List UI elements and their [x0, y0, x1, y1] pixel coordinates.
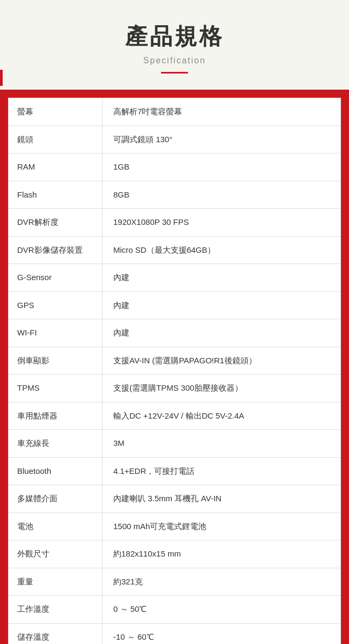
spec-label: 重量	[9, 568, 103, 596]
spec-label: 車用點煙器	[9, 402, 103, 430]
spec-value: 高解析7吋電容螢幕	[103, 98, 341, 126]
spec-table: 螢幕高解析7吋電容螢幕鏡頭可調式鏡頭 130°RAM1GBFlash8GBDVR…	[8, 98, 341, 644]
spec-value: 0 ～ 50℃	[103, 596, 341, 624]
table-row: 電池1500 mAh可充電式鋰電池	[9, 513, 341, 540]
spec-label: WI-FI	[9, 319, 103, 347]
spec-label: Bluetooth	[9, 457, 103, 485]
table-row: 螢幕高解析7吋電容螢幕	[9, 98, 341, 126]
spec-value: 約182x110x15 mm	[103, 540, 341, 568]
table-row: 工作溫度0 ～ 50℃	[9, 596, 341, 624]
spec-label: 多媒體介面	[9, 485, 103, 513]
spec-value: 可調式鏡頭 130°	[103, 126, 341, 153]
spec-label: 倒車顯影	[9, 347, 103, 375]
spec-value: 1GB	[103, 153, 341, 181]
spec-value: 內建	[103, 319, 341, 347]
spec-value: 支援AV-IN (需選購PAPAGO!R1後鏡頭）	[103, 347, 341, 375]
spec-label: 外觀尺寸	[9, 540, 103, 568]
spec-label: 工作溫度	[9, 596, 103, 624]
table-row: 外觀尺寸約182x110x15 mm	[9, 540, 341, 568]
spec-label: TPMS	[9, 375, 103, 402]
table-row: 多媒體介面內建喇叭 3.5mm 耳機孔 AV-IN	[9, 485, 341, 513]
spec-value: 內建	[103, 264, 341, 292]
table-row: DVR解析度1920X1080P 30 FPS	[9, 209, 341, 237]
spec-label: RAM	[9, 153, 103, 181]
table-row: Flash8GB	[9, 181, 341, 209]
spec-label: DVR影像儲存裝置	[9, 236, 103, 264]
spec-value: 內建	[103, 291, 341, 319]
spec-value: 輸入DC +12V-24V / 輸出DC 5V-2.4A	[103, 402, 341, 430]
spec-value: -10 ～ 60℃	[103, 623, 341, 644]
table-row: Bluetooth4.1+EDR，可接打電話	[9, 457, 341, 485]
red-accent-left	[0, 70, 3, 86]
spec-value: 內建喇叭 3.5mm 耳機孔 AV-IN	[103, 485, 341, 513]
table-row: 車充線長3M	[9, 430, 341, 458]
header-section: 產品規格 Specification	[0, 0, 349, 90]
spec-label: Flash	[9, 181, 103, 209]
spec-value: 4.1+EDR，可接打電話	[103, 457, 341, 485]
spec-value: 8GB	[103, 181, 341, 209]
table-row: DVR影像儲存裝置Micro SD（最大支援64GB）	[9, 236, 341, 264]
spec-value: 支援(需選購TPMS 300胎壓接收器）	[103, 375, 341, 402]
spec-value: 約321克	[103, 568, 341, 596]
table-row: 鏡頭可調式鏡頭 130°	[9, 126, 341, 153]
spec-value: 1920X1080P 30 FPS	[103, 209, 341, 237]
spec-label: G-Sensor	[9, 264, 103, 292]
spec-label: 電池	[9, 513, 103, 540]
spec-label: 儲存溫度	[9, 623, 103, 644]
table-row: GPS內建	[9, 291, 341, 319]
spec-label: 車充線長	[9, 430, 103, 458]
table-row: 車用點煙器輸入DC +12V-24V / 輸出DC 5V-2.4A	[9, 402, 341, 430]
spec-label: DVR解析度	[9, 209, 103, 237]
spec-value: 3M	[103, 430, 341, 458]
table-row: TPMS支援(需選購TPMS 300胎壓接收器）	[9, 375, 341, 402]
spec-label: GPS	[9, 291, 103, 319]
table-row: 儲存溫度-10 ～ 60℃	[9, 623, 341, 644]
sub-title: Specification	[11, 56, 338, 65]
table-row: G-Sensor內建	[9, 264, 341, 292]
spec-table-section: 螢幕高解析7吋電容螢幕鏡頭可調式鏡頭 130°RAM1GBFlash8GBDVR…	[0, 90, 349, 644]
table-row: 倒車顯影支援AV-IN (需選購PAPAGO!R1後鏡頭）	[9, 347, 341, 375]
table-row: WI-FI內建	[9, 319, 341, 347]
spec-value: Micro SD（最大支援64GB）	[103, 236, 341, 264]
table-row: 重量約321克	[9, 568, 341, 596]
title-underline	[161, 72, 188, 74]
main-title: 產品規格	[11, 21, 338, 52]
table-row: RAM1GB	[9, 153, 341, 181]
spec-value: 1500 mAh可充電式鋰電池	[103, 513, 341, 540]
spec-label: 螢幕	[9, 98, 103, 126]
spec-label: 鏡頭	[9, 126, 103, 153]
